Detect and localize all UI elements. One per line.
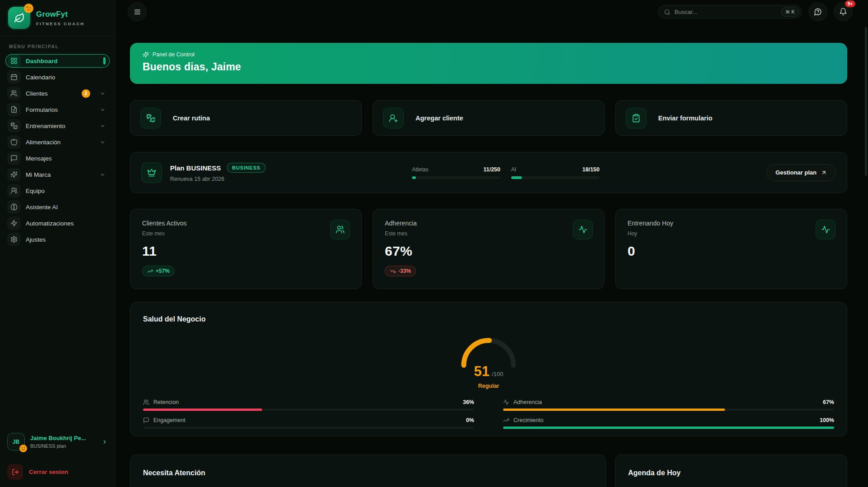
brand-tagline: FITNESS COACH — [36, 21, 85, 26]
sidebar-item-label: Ajustes — [26, 236, 46, 243]
stat-delta-badge: +57% — [142, 266, 175, 276]
activity-icon — [573, 220, 593, 239]
usage-label: AI — [511, 166, 516, 173]
chevron-down-icon — [100, 89, 106, 97]
metric-track — [503, 427, 834, 429]
gauge-track — [464, 340, 513, 365]
sidebar-item-calendario[interactable]: Calendario — [5, 70, 110, 84]
search-icon — [664, 8, 670, 16]
banner-eyebrow: Panel de Control — [152, 51, 194, 58]
needs-attention-card: Necesita Atención — [130, 455, 606, 487]
message-icon — [7, 152, 21, 165]
sidebar-item-formularios[interactable]: Formularios — [5, 103, 110, 116]
sidebar-item-entrenamiento[interactable]: Entrenamiento — [5, 119, 110, 133]
progress-fill — [412, 176, 416, 179]
chevron-down-icon — [100, 106, 106, 114]
sparkles-icon — [7, 168, 21, 181]
sidebar-item-label: Automatizaciones — [26, 220, 74, 227]
main-nav: Dashboard Calendario Clientes 2 Formular… — [0, 54, 115, 249]
stat-value: 67% — [385, 244, 592, 259]
trending-down-icon — [390, 268, 396, 274]
add-client-card[interactable]: Agregar cliente — [373, 100, 605, 136]
metric-track — [503, 409, 834, 411]
health-title: Salud del Negocio — [143, 315, 834, 323]
create-routine-card[interactable]: Crear rutina — [130, 100, 362, 136]
plan-renewal-date: Renueva 15 abr 2026 — [170, 176, 266, 182]
help-button[interactable] — [808, 2, 827, 21]
logout-label: Cerrar sesion — [29, 469, 68, 475]
banner-title: Buenos dias, Jaime — [143, 61, 835, 73]
health-score-label: Regular — [455, 383, 522, 389]
sidebar-item-alimentacion[interactable]: Alimentación — [5, 135, 110, 149]
metric-engagement: Engagement 0% — [143, 417, 474, 429]
quick-actions: Crear rutina Agregar cliente Enviar form… — [130, 100, 847, 136]
dashboard-icon — [7, 54, 21, 68]
brand: GrowFyt FITNESS COACH — [0, 0, 115, 35]
logout-button[interactable]: Cerrar sesion — [7, 464, 108, 480]
sidebar-item-automatizaciones[interactable]: Automatizaciones — [5, 216, 110, 230]
sidebar-item-dashboard[interactable]: Dashboard — [5, 54, 110, 68]
sidebar-item-ajustes[interactable]: Ajustes — [5, 233, 110, 246]
metric-value: 100% — [820, 417, 834, 423]
sidebar-item-label: Equipo — [26, 188, 45, 194]
health-score: 51 — [474, 363, 489, 380]
stat-delta: -33% — [398, 268, 411, 274]
plan-usage: Atletas 11/250 AI 18/150 — [412, 166, 600, 179]
usage-value: 11/250 — [483, 166, 500, 173]
calendar-icon — [7, 70, 21, 84]
scrollbar[interactable] — [865, 27, 867, 176]
progress-track — [412, 176, 500, 179]
menu-toggle-button[interactable] — [128, 2, 147, 21]
activity-icon — [503, 399, 509, 405]
topbar: ⌘ K 9+ — [115, 0, 868, 23]
search-shortcut: ⌘ K — [781, 7, 799, 17]
users-icon — [143, 399, 149, 405]
user-round-icon — [7, 184, 21, 198]
card-title: Agenda de Hoy — [628, 469, 834, 477]
arrow-up-right-icon — [821, 170, 827, 176]
notifications-button[interactable]: 9+ — [834, 2, 853, 21]
today-agenda-card: Agenda de Hoy — [615, 455, 847, 487]
file-text-icon — [7, 103, 21, 116]
metric-fill — [503, 409, 725, 411]
sidebar-item-label: Calendario — [26, 74, 55, 81]
gear-icon — [7, 233, 21, 246]
metric-label: Crecimiento — [513, 417, 544, 423]
metric-label: Adherencia — [513, 399, 542, 405]
search-input[interactable] — [674, 9, 777, 15]
quick-action-label: Crear rutina — [173, 115, 210, 122]
sidebar-divider — [0, 36, 115, 37]
search-bar[interactable]: ⌘ K — [658, 5, 802, 18]
sidebar-item-clientes[interactable]: Clientes 2 — [5, 87, 110, 100]
sidebar: GrowFyt FITNESS COACH MENU PRINCIPAL Das… — [0, 0, 115, 487]
metric-track — [143, 427, 474, 429]
plan-title: Plan BUSINESS — [170, 164, 221, 172]
help-icon — [814, 8, 822, 16]
welcome-banner: Panel de Control Buenos dias, Jaime — [130, 43, 847, 84]
user-name: Jaime Boukhrij Pe... — [30, 435, 86, 441]
quick-action-label: Agregar cliente — [416, 115, 463, 122]
bottom-row: Necesita Atención Agenda de Hoy — [130, 455, 847, 487]
sidebar-item-mi-marca[interactable]: Mi Marca — [5, 168, 110, 181]
chevron-down-icon — [100, 122, 106, 130]
sidebar-item-asistente-ai[interactable]: Asistente AI — [5, 200, 110, 214]
avatar-initials: JB — [13, 439, 19, 445]
notification-badge: 9+ — [845, 0, 855, 7]
usage-value: 18/150 — [582, 166, 600, 173]
stat-card-adherencia: Adherencia Este mes 67% -33% — [373, 209, 605, 289]
apple-icon — [7, 135, 21, 149]
user-profile[interactable]: JB Jaime Boukhrij Pe... BUSINESS plan — [7, 433, 108, 450]
sidebar-item-mensajes[interactable]: Mensajes — [5, 152, 110, 165]
send-form-card[interactable]: Enviar formulario — [615, 100, 847, 136]
stat-subtitle: Este mes — [385, 230, 592, 237]
quick-action-label: Enviar formulario — [658, 115, 712, 122]
sidebar-item-equipo[interactable]: Equipo — [5, 184, 110, 198]
metric-value: 0% — [466, 417, 474, 423]
brain-icon — [7, 200, 21, 214]
sidebar-item-label: Dashboard — [26, 58, 58, 64]
manage-plan-button[interactable]: Gestionar plan — [766, 164, 836, 181]
users-icon — [7, 87, 21, 100]
metric-label: Engagement — [153, 417, 185, 423]
usage-ai: AI 18/150 — [511, 166, 600, 179]
sidebar-item-label: Formularios — [26, 106, 58, 113]
